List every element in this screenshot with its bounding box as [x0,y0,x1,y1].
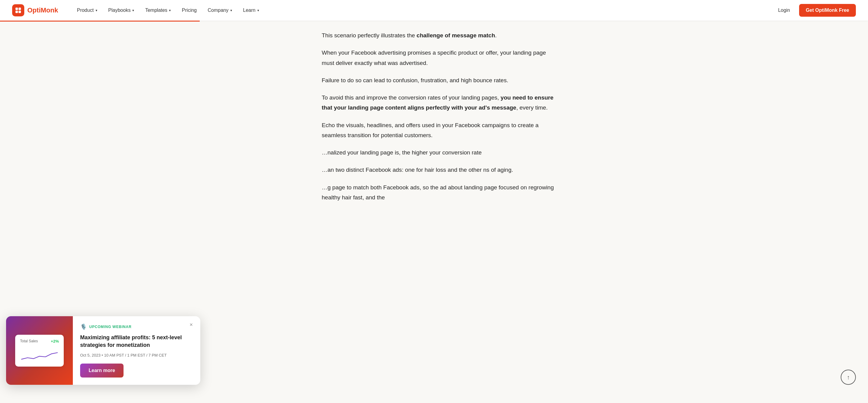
nav-templates[interactable]: Templates ▾ [141,5,175,16]
svg-rect-1 [19,8,21,10]
nav-company-chevron-icon: ▾ [230,8,232,12]
popup-close-button[interactable]: × [187,320,195,329]
para8-suffix: …g page to match both Facebook ads, so t… [322,184,554,200]
article-paragraph-5: Echo the visuals, headlines, and offers … [322,120,558,141]
para1-suffix: . [495,32,497,38]
para1-bold: challenge of message match [417,32,495,38]
nav-links: Product ▾ Playbooks ▾ Templates ▾ Pricin… [72,5,774,16]
nav-templates-label: Templates [145,8,167,13]
article-body: This scenario perfectly illustrates the … [322,30,558,203]
popup-badge: 🎙️ UPCOMING WEBINAR [80,323,192,330]
webinar-icon: 🎙️ [80,323,87,330]
article-paragraph-7: …an two distinct Facebook ads: one for h… [322,165,558,175]
para1-prefix: This scenario perfectly illustrates the [322,32,417,38]
article-paragraph-4: To avoid this and improve the conversion… [322,93,558,113]
para7-suffix: …an two distinct Facebook ads: one for h… [322,166,513,173]
popup-image-panel: Total Sales +2% [6,316,73,385]
nav-product[interactable]: Product ▾ [72,5,101,16]
article-content: This scenario perfectly illustrates the … [298,0,570,203]
popup-card-title: Total Sales [20,339,38,343]
nav-product-label: Product [77,8,93,13]
nav-learn-label: Learn [243,8,255,13]
nav-pricing-label: Pricing [182,8,197,13]
article-paragraph-1: This scenario perfectly illustrates the … [322,30,558,40]
logo-text-opti: Opti [27,6,41,14]
para4-prefix: To avoid this and improve the conversion… [322,94,500,101]
nav-playbooks-chevron-icon: ▾ [132,8,134,12]
nav-pricing[interactable]: Pricing [178,5,201,16]
nav-actions: Login Get OptiMonk Free [774,4,856,17]
article-paragraph-2: When your Facebook advertising promises … [322,48,558,68]
svg-rect-3 [19,11,21,13]
svg-rect-2 [16,11,18,13]
popup-content-panel: × 🎙️ UPCOMING WEBINAR Maximizing affilia… [73,316,200,385]
popup-stats-card: Total Sales +2% [15,335,64,367]
article-paragraph-6: …nalized your landing page is, the highe… [322,148,558,157]
webinar-popup: Total Sales +2% × 🎙️ UPCOMING WEBINAR Ma… [6,316,200,385]
nav-product-chevron-icon: ▾ [96,8,97,12]
navbar: OptiMonk Product ▾ Playbooks ▾ Templates… [0,0,868,21]
logo-text-monk: Monk [41,6,58,14]
logo-svg [14,7,22,14]
para6-suffix: …nalized your landing page is, the highe… [322,149,482,156]
nav-company-label: Company [208,8,228,13]
popup-card-value: +2% [51,339,59,343]
logo-icon [12,4,24,17]
scroll-up-icon: ↑ [847,374,850,381]
logo-text: OptiMonk [27,6,58,14]
nav-learn-chevron-icon: ▾ [257,8,259,12]
popup-title: Maximizing affiliate profits: 5 next-lev… [80,334,192,349]
nav-learn[interactable]: Learn ▾ [239,5,264,16]
nav-playbooks-label: Playbooks [108,8,131,13]
nav-playbooks[interactable]: Playbooks ▾ [104,5,139,16]
logo-link[interactable]: OptiMonk [12,4,58,17]
nav-company[interactable]: Company ▾ [203,5,236,16]
reading-progress-bar [0,21,200,22]
article-paragraph-8: …g page to match both Facebook ads, so t… [322,182,558,203]
popup-date: Oct 5, 2023 • 10 AM PST / 1 PM EST / 7 P… [80,353,192,358]
get-free-button[interactable]: Get OptiMonk Free [799,4,856,17]
popup-card-chart [20,347,59,362]
popup-badge-text: UPCOMING WEBINAR [89,325,131,329]
login-button[interactable]: Login [774,5,794,16]
popup-learn-more-button[interactable]: Learn more [80,364,124,377]
article-paragraph-3: Failure to do so can lead to confusion, … [322,75,558,85]
svg-rect-0 [16,8,18,10]
para4-suffix: , every time. [516,104,548,111]
scroll-to-top-button[interactable]: ↑ [841,370,856,385]
popup-card-header: Total Sales +2% [20,339,59,343]
nav-templates-chevron-icon: ▾ [169,8,171,12]
